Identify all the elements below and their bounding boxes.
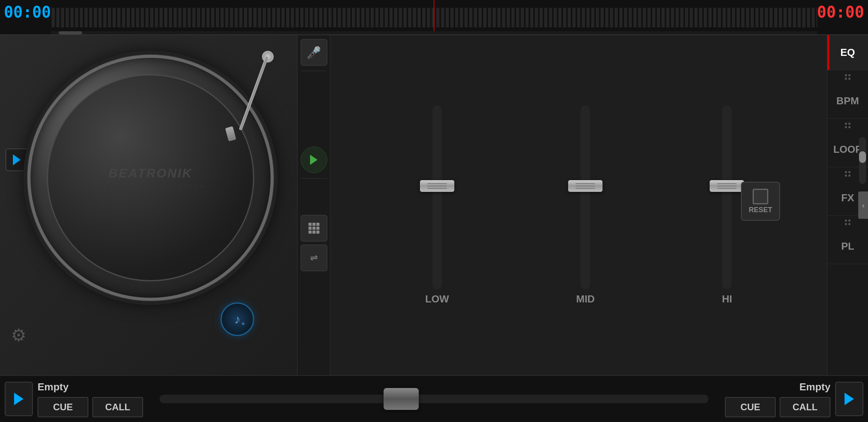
center-play-icon (310, 155, 317, 165)
waveform-canvas (51, 0, 817, 34)
eq-mid-group: MID (576, 106, 595, 305)
svg-rect-6 (308, 227, 312, 230)
right-sidebar: EQ BPM LOOP (827, 35, 868, 375)
svg-rect-5 (316, 223, 319, 226)
eq-mid-slider[interactable] (581, 106, 590, 289)
app-container: 00:00 00:00 (0, 0, 868, 422)
eq-low-slider[interactable] (432, 106, 442, 289)
right-deck-play-icon (845, 393, 854, 405)
collapse-button[interactable]: ‹ (858, 191, 868, 219)
svg-rect-11 (316, 231, 319, 234)
left-play-button[interactable] (5, 148, 28, 171)
shuffle-button[interactable]: ⇌ (301, 245, 327, 271)
eq-low-group: LOW (425, 106, 449, 305)
center-column: 🎤 (297, 35, 330, 375)
top-waveform: 00:00 00:00 (0, 0, 868, 35)
svg-rect-8 (316, 227, 319, 230)
volume-slider-right[interactable] (859, 137, 866, 184)
loop-label: LOOP (833, 143, 862, 156)
reset-button[interactable]: RESET (741, 182, 780, 221)
left-deck-play-button[interactable] (5, 382, 33, 416)
turntable-section: BEATRONIK DESIGNED FROM SCRATCH ♪+ ⚙ (0, 35, 297, 375)
eq-low-label: LOW (425, 293, 449, 305)
left-deck-track-name: Empty (38, 381, 143, 393)
sidebar-item-eq[interactable]: EQ (827, 35, 868, 70)
left-deck-buttons: CUE CALL (38, 397, 143, 417)
center-play-button[interactable] (301, 147, 327, 173)
crossfader-thumb[interactable] (384, 388, 419, 410)
shuffle-icon: ⇌ (310, 252, 318, 263)
gear-icon: ⚙ (11, 325, 26, 345)
grid-button[interactable] (301, 215, 327, 241)
svg-rect-7 (312, 227, 316, 230)
waveform-time-right: 00:00 (817, 3, 864, 21)
eq-label: EQ (840, 46, 855, 59)
settings-button[interactable]: ⚙ (6, 322, 31, 348)
left-deck-controls: Empty CUE CALL (0, 381, 148, 417)
reset-icon (753, 189, 768, 204)
svg-rect-3 (308, 223, 312, 226)
crossfader-track[interactable] (160, 395, 708, 403)
music-add-button[interactable]: ♪+ (221, 302, 254, 336)
left-play-icon (13, 154, 21, 165)
eq-section: LOW MID (330, 35, 827, 375)
music-note-icon: ♪+ (234, 312, 240, 327)
left-call-button[interactable]: CALL (92, 397, 143, 417)
left-cue-button[interactable]: CUE (38, 397, 88, 417)
fx-label: FX (841, 192, 854, 204)
sidebar-item-bpm[interactable]: BPM (827, 84, 868, 119)
eq-mid-thumb[interactable] (568, 180, 603, 192)
brand-name: BEATRONIK (109, 166, 193, 181)
left-deck-info: Empty CUE CALL (38, 381, 143, 417)
eq-hi-group: HI (722, 106, 732, 305)
eq-hi-slider[interactable] (722, 106, 732, 289)
eq-low-thumb[interactable] (420, 180, 454, 192)
grid-icon (308, 222, 320, 234)
mic-button[interactable]: 🎤 (301, 39, 327, 66)
collapse-arrow-icon: ‹ (862, 201, 865, 210)
right-deck-play-button[interactable] (835, 382, 863, 416)
right-deck-info: Empty CUE CALL (725, 381, 830, 417)
bottom-bar: Empty CUE CALL Empty CUE CALL (0, 375, 868, 422)
right-deck-buttons: CUE CALL (725, 397, 830, 417)
crossfader-area (148, 395, 720, 403)
right-call-button[interactable]: CALL (780, 397, 830, 417)
bpm-label: BPM (836, 95, 859, 107)
svg-rect-4 (312, 223, 316, 226)
right-cue-button[interactable]: CUE (725, 397, 776, 417)
waveform-time-left: 00:00 (4, 3, 51, 21)
eq-hi-label: HI (722, 293, 732, 305)
pl-label: PL (841, 240, 854, 252)
eq-hi-thumb[interactable] (710, 180, 744, 192)
tonearm (223, 51, 278, 152)
right-deck-controls: Empty CUE CALL (720, 381, 868, 417)
main-area: BEATRONIK DESIGNED FROM SCRATCH ♪+ ⚙ (0, 35, 868, 375)
svg-rect-9 (308, 231, 312, 234)
eq-mid-label: MID (576, 293, 595, 305)
brand-tagline: DESIGNED FROM SCRATCH (96, 184, 205, 190)
right-deck-track-name: Empty (800, 381, 830, 393)
sidebar-item-pl[interactable]: PL (827, 229, 868, 264)
mic-icon: 🎤 (307, 46, 321, 59)
left-deck-play-icon (14, 393, 23, 405)
reset-label: RESET (749, 206, 772, 214)
waveform-scrollbar (51, 31, 817, 34)
svg-rect-10 (312, 231, 316, 234)
